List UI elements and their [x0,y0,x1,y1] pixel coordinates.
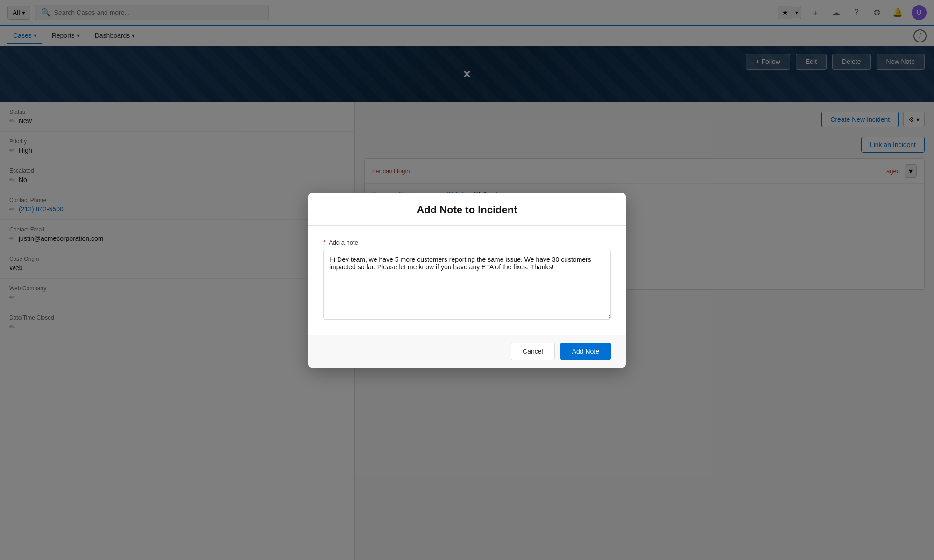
modal-field-label: * Add a note [323,239,611,246]
note-textarea[interactable] [323,250,611,320]
modal-body: * Add a note [308,226,626,335]
modal-footer: Cancel Add Note [308,335,626,368]
add-note-button[interactable]: Add Note [560,343,611,360]
modal-overlay: Add Note to Incident * Add a note Cancel… [0,0,934,560]
modal-header: Add Note to Incident [308,193,626,226]
required-star: * [323,239,325,246]
cancel-button[interactable]: Cancel [511,343,555,360]
add-note-label: Add a note [329,239,358,246]
modal-title: Add Note to Incident [323,204,611,216]
add-note-modal: Add Note to Incident * Add a note Cancel… [308,193,626,368]
